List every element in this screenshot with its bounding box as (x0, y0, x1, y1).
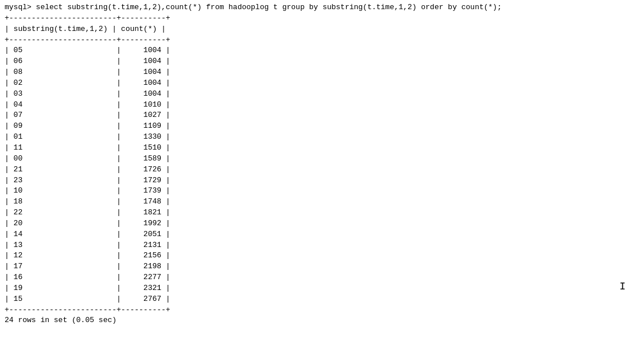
table-row: | 10 | 1739 | (5, 186, 170, 195)
table-row: | 16 | 2277 | (5, 273, 170, 281)
table-row: | 09 | 1109 | (5, 122, 170, 130)
table-row: | 05 | 1004 | (5, 46, 170, 54)
table-row: | 06 | 1004 | (5, 57, 170, 65)
table-row: | 02 | 1004 | (5, 79, 170, 87)
table-structure: +------------------------+----------+ (5, 36, 170, 44)
table-row: | 03 | 1004 | (5, 89, 170, 98)
table-row: | 00 | 1589 | (5, 154, 170, 163)
table-row: | 11 | 1510 | (5, 143, 170, 152)
footer: +------------------------+----------+ (5, 305, 170, 314)
table-row: | 14 | 2051 | (5, 230, 170, 238)
table-row: | 01 | 1330 | (5, 132, 170, 141)
table-row: | 15 | 2767 | (5, 295, 170, 303)
table-row: | 04 | 1010 | (5, 100, 170, 109)
table-row: | 23 | 1729 | (5, 176, 170, 185)
prompt-line: mysql> select substring(t.time,1,2),coun… (5, 3, 502, 11)
table-row: | 07 | 1027 | (5, 111, 170, 119)
terminal-output: mysql> select substring(t.time,1,2),coun… (5, 2, 639, 326)
table-structure: | substring(t.time,1,2) | count(*) | (5, 25, 166, 33)
table-structure: +------------------------+----------+ (5, 14, 170, 22)
table-row: | 20 | 1992 | (5, 219, 170, 228)
table-row: | 21 | 1726 | (5, 165, 170, 174)
table-row: | 18 | 1748 | (5, 197, 170, 206)
table-row: | 08 | 1004 | (5, 68, 170, 76)
footer: 24 rows in set (0.05 sec) (5, 316, 117, 324)
cursor-icon: I (619, 281, 626, 292)
table-row: | 19 | 2321 | (5, 284, 170, 292)
table-row: | 22 | 1821 | (5, 208, 170, 217)
table-row: | 12 | 2156 | (5, 251, 170, 260)
table-row: | 13 | 2131 | (5, 241, 170, 249)
table-row: | 17 | 2198 | (5, 262, 170, 271)
